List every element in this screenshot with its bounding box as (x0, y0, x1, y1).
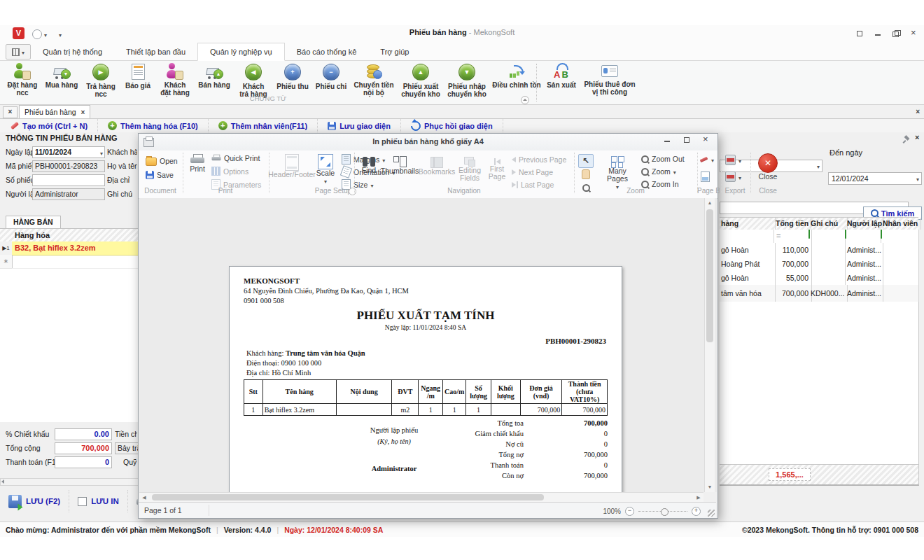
ribbon-button[interactable]: ▲ Phiếu xuất chuyển kho (398, 62, 444, 99)
save-print-checkbox[interactable]: LƯU IN (69, 490, 128, 512)
add-employee-button[interactable]: Thêm nhân viên(F11) (209, 119, 318, 132)
close-tab-button[interactable] (3, 106, 18, 118)
zoom-menu-button[interactable]: Zoom (641, 167, 676, 176)
ribbon-button[interactable]: + Phiếu thu (273, 62, 312, 91)
tab-bao-cao-thong-ke[interactable]: Báo cáo thống kê (285, 43, 369, 61)
tab-quan-tri-he-thong[interactable]: Quản trị hệ thống (31, 43, 114, 61)
collapse-group-button[interactable] (521, 96, 529, 104)
filter-cell[interactable] (881, 230, 919, 243)
filter-cell[interactable] (808, 230, 846, 243)
restore-icon[interactable] (892, 29, 900, 38)
column-header[interactable]: hàng (720, 218, 776, 230)
close-icon[interactable] (702, 136, 710, 144)
previous-icon (512, 157, 516, 162)
ribbon-button[interactable]: Sản xuất (543, 62, 580, 90)
ribbon-button[interactable]: ▶ Trả hàng ncc (81, 62, 120, 99)
table-row[interactable]: gô Hoàn 55,000 Administ... (720, 271, 918, 286)
thumbnails-button[interactable]: Thumbnails (382, 154, 418, 175)
tab-quan-ly-nghiep-vu[interactable]: Quản lý nghiệp vụ (197, 43, 285, 61)
close-icon[interactable] (81, 106, 85, 119)
dialog-title-bar[interactable]: In phiếu bán hàng khổ giấy A4 (139, 134, 718, 151)
add-item-button[interactable]: Thêm hàng hóa (F10) (98, 119, 209, 132)
creator-input[interactable]: Administrator (32, 188, 105, 200)
column-header[interactable]: Người lập (845, 218, 883, 230)
ribbon-button[interactable]: ▲ Bán hàng (195, 62, 234, 90)
watermark-button[interactable] (700, 155, 714, 164)
preview-document-area[interactable]: MEKONGSOFT 64 Nguyễn Đình Chiểu, Phường … (139, 198, 717, 492)
close-icon[interactable] (910, 29, 918, 38)
close-icon[interactable] (916, 107, 920, 115)
page-color-button[interactable] (701, 172, 710, 182)
hand-tool-button[interactable] (578, 167, 594, 181)
zoom-slider[interactable] (638, 511, 687, 512)
save-layout-button[interactable]: Lưu giao diện (318, 119, 401, 132)
resize-grip[interactable] (708, 510, 715, 517)
table-row[interactable]: tâm văn hóa 700,000 KDH000... Administ..… (720, 285, 918, 302)
column-header[interactable]: Tổng tiền (774, 218, 811, 230)
minimize-icon[interactable] (663, 136, 671, 144)
export-email-button[interactable] (725, 172, 741, 182)
scrollbar-thumb[interactable] (152, 494, 544, 500)
ribbon-button[interactable]: ▼ Mua hàng (42, 62, 81, 90)
total-input[interactable]: 700,000 (55, 442, 112, 454)
tab-hang-ban[interactable]: HÀNG BÁN (6, 216, 61, 229)
many-pages-button[interactable]: Many Pages (597, 154, 638, 191)
discount-input[interactable]: 0.00 (55, 428, 112, 440)
find-button[interactable]: Find (358, 154, 380, 174)
ribbon-button[interactable]: Chuyển tiền nội bộ (350, 62, 398, 97)
table-row[interactable]: Hoàng Phát 700,000 Administ... (720, 257, 918, 272)
maximize-icon[interactable] (682, 136, 691, 144)
layout-switcher-button[interactable] (6, 44, 31, 59)
tab-thiet-lap-ban-dau[interactable]: Thiết lập ban đầu (114, 43, 197, 61)
doc-date-line: Ngày lập: 11/01/2024 8:40 SA (230, 324, 622, 331)
save-button[interactable]: LƯU (F2) (0, 490, 69, 512)
tab-phieu-ban-hang[interactable]: Phiếu bán hàng (19, 105, 90, 118)
ribbon-button[interactable]: ▼ Phiếu nhập chuyển kho (444, 62, 490, 99)
column-header[interactable]: Nhân viên (881, 218, 921, 230)
zoom-out-button[interactable]: − (625, 507, 634, 516)
to-date-combo[interactable]: 12/01/2024 (828, 172, 922, 185)
voucher-number-input[interactable] (32, 174, 105, 186)
pointer-tool-button[interactable] (578, 154, 594, 168)
horizontal-scrollbar[interactable]: ◀ ▶ (139, 492, 704, 502)
ribbon-button[interactable]: Đặt hàng ncc (3, 62, 42, 97)
slider-thumb[interactable] (661, 508, 668, 516)
ribbon-button[interactable]: − Phiếu chi (312, 62, 350, 91)
grid-icon (12, 48, 20, 56)
vertical-scrollbar[interactable]: ▲ ▼ (704, 198, 715, 492)
tab-tro-giup[interactable]: Trợ giúp (368, 43, 421, 61)
save-button[interactable]: Save (146, 171, 174, 179)
payment-label: Thanh toán (F12) (6, 458, 62, 466)
checkbox-icon[interactable] (78, 497, 87, 506)
print-button[interactable]: Print (186, 154, 209, 173)
restore-layout-button[interactable]: Phục hồi giao diện (401, 119, 503, 132)
filter-cell[interactable] (845, 230, 881, 243)
ribbon-button[interactable]: ◀ Khách trả hàng (234, 62, 273, 99)
date-created-input[interactable]: 11/01/2024 (32, 146, 105, 158)
fullscreen-icon[interactable] (855, 29, 864, 38)
filter-cell[interactable]: = (774, 230, 812, 243)
ribbon-button[interactable]: Khách đặt hàng (155, 62, 195, 97)
pin-icon[interactable] (904, 136, 911, 143)
column-header[interactable]: Ghi chú (808, 218, 848, 230)
export-pdf-button[interactable] (725, 155, 741, 165)
table-row[interactable]: gô Hoàn 110,000 Administ... (720, 243, 918, 258)
ribbon-button[interactable]: Báo giá (120, 62, 155, 90)
scrollbar-thumb[interactable] (706, 209, 713, 342)
payment-input[interactable]: 0 (55, 456, 112, 468)
voucher-code-input[interactable]: PBH00001-290823 (32, 160, 105, 172)
close-icon[interactable]: × (915, 133, 919, 141)
zoom-out-button[interactable]: Zoom Out (641, 155, 685, 163)
zoom-in-button[interactable]: + (692, 507, 701, 516)
close-preview-button[interactable]: Close (755, 153, 781, 181)
chevron-down-icon[interactable] (100, 148, 103, 159)
quick-print-button[interactable]: Quick Print (211, 154, 260, 162)
ribbon-button[interactable]: Điều chỉnh tồn (490, 62, 543, 90)
scale-button[interactable]: Scale (314, 154, 337, 186)
open-button[interactable]: Open (146, 155, 178, 166)
new-button[interactable]: Tạo mới (Ctrl + N) (0, 119, 98, 132)
minus-circle-icon: − (323, 64, 340, 80)
filter-cell[interactable] (720, 230, 774, 243)
ribbon-button[interactable]: Phiếu thuê đơn vị thi công (580, 62, 640, 97)
minimize-icon[interactable] (874, 29, 882, 38)
